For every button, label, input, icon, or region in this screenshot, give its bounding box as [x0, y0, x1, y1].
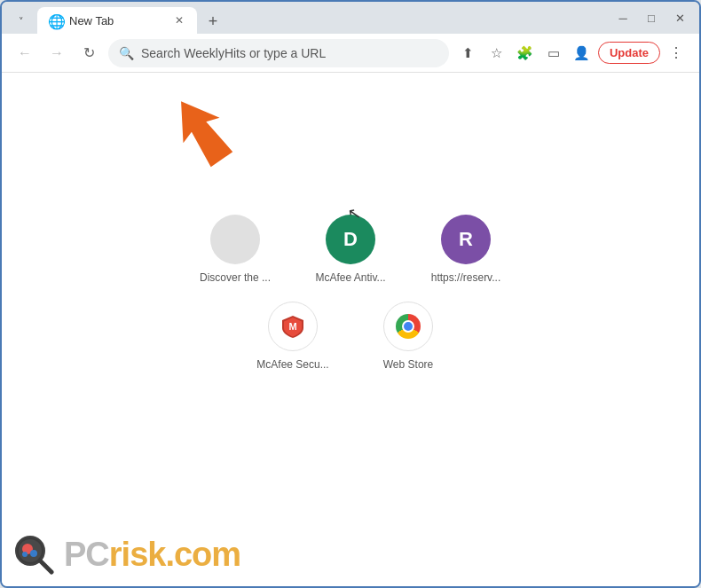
pcrisk-domain: risk.com — [109, 536, 240, 573]
shortcut-icon-mcafee-antiv: D — [326, 215, 375, 264]
pcrisk-watermark: PCrisk.com — [11, 531, 240, 577]
active-tab[interactable]: 🌐 New Tab ✕ — [37, 7, 197, 34]
shortcut-mcafee-antiv[interactable]: D McAfee Antiv... — [311, 215, 390, 284]
tab-strip: ˅ 🌐 New Tab ✕ + — [9, 2, 610, 34]
svg-marker-0 — [163, 90, 240, 170]
svg-point-5 — [30, 550, 37, 557]
shortcuts-section: Discover the ... D McAfee Antiv... R htt… — [195, 215, 506, 371]
address-text: Search WeeklyHits or type a URL — [141, 46, 438, 60]
webstore-inner — [402, 320, 414, 333]
shortcuts-row-2: M McAfee Secu... Web Store — [253, 302, 448, 371]
shortcut-label-web-store: Web Store — [383, 358, 433, 371]
shortcut-icon-https-reserv: R — [441, 215, 491, 264]
arrow-container — [161, 90, 250, 179]
shortcut-label-mcafee-antiv: McAfee Antiv... — [315, 271, 385, 284]
shortcut-icon-web-store — [383, 302, 433, 351]
tab-close-button[interactable]: ✕ — [172, 13, 186, 27]
tab-favicon: 🌐 — [48, 13, 62, 27]
address-bar[interactable]: 🔍 Search WeeklyHits or type a URL — [108, 39, 449, 67]
shortcut-label-mcafee-secu: McAfee Secu... — [256, 358, 328, 371]
shortcut-discover[interactable]: Discover the ... — [195, 215, 275, 284]
orange-arrow-icon — [161, 90, 241, 170]
shortcut-label-discover: Discover the ... — [200, 271, 271, 284]
forward-button[interactable]: → — [44, 41, 69, 66]
tab-title: New Tab — [69, 14, 165, 27]
window-controls: ─ □ ✕ — [610, 5, 692, 30]
search-icon: 🔍 — [119, 46, 134, 60]
back-button[interactable]: ← — [12, 41, 37, 66]
shortcut-mcafee-secu[interactable]: M McAfee Secu... — [253, 302, 333, 371]
bookmark-button[interactable]: ☆ — [484, 41, 509, 66]
share-button[interactable]: ⬆ — [456, 41, 481, 66]
shortcut-icon-mcafee-secu: M — [268, 302, 318, 351]
webstore-circle — [396, 314, 421, 339]
close-button[interactable]: ✕ — [667, 5, 692, 30]
shortcut-icon-discover — [210, 215, 260, 264]
new-tab-button[interactable]: + — [201, 9, 225, 34]
maximize-button[interactable]: □ — [639, 5, 664, 30]
title-bar: ˅ 🌐 New Tab ✕ + ─ □ ✕ — [2, 2, 699, 34]
nav-bar: ← → ↻ 🔍 Search WeeklyHits or type a URL … — [2, 34, 699, 73]
update-button[interactable]: Update — [598, 42, 660, 64]
tab-chevron[interactable]: ˅ — [9, 9, 34, 34]
extension-button[interactable]: 🧩 — [513, 41, 538, 66]
shortcut-label-https-reserv: https://reserv... — [431, 271, 500, 284]
shortcut-web-store[interactable]: Web Store — [368, 302, 448, 371]
mcafee-shield-icon: M — [280, 314, 305, 339]
pcrisk-text: PCrisk.com — [64, 536, 240, 574]
reload-button[interactable]: ↻ — [76, 41, 101, 66]
menu-button[interactable]: ⋮ — [664, 41, 689, 66]
shortcut-https-reserv[interactable]: R https://reserv... — [426, 215, 506, 284]
sidebar-button[interactable]: ▭ — [541, 41, 566, 66]
nav-icons: ⬆ ☆ 🧩 ▭ 👤 Update ⋮ — [456, 41, 689, 66]
svg-line-7 — [40, 561, 51, 572]
svg-text:M: M — [288, 321, 296, 332]
browser-content: ↖ Discover the ... D McAfee Antiv... R h… — [2, 73, 699, 586]
minimize-button[interactable]: ─ — [610, 5, 635, 30]
shortcuts-row-1: Discover the ... D McAfee Antiv... R htt… — [195, 215, 506, 284]
profile-button[interactable]: 👤 — [570, 41, 595, 66]
pcrisk-logo-icon — [11, 531, 57, 577]
svg-point-6 — [22, 552, 28, 557]
